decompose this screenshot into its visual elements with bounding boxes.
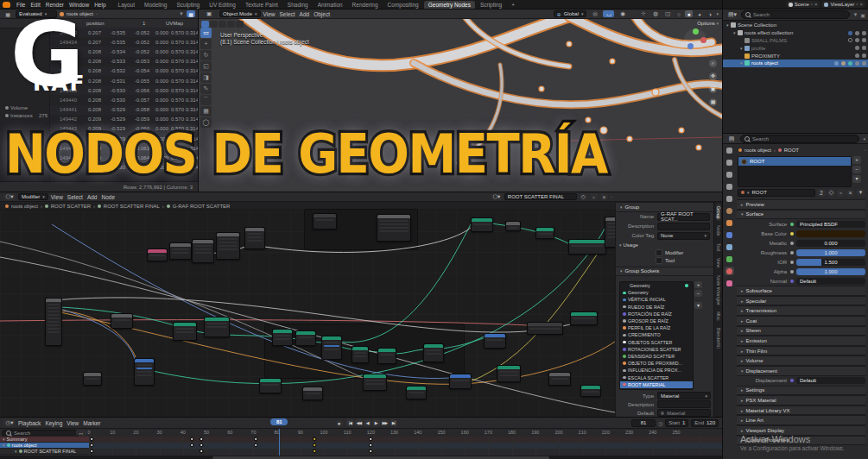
scene-unlink-icon[interactable]: × (814, 2, 818, 7)
outliner-item-profile[interactable]: ▾profile (723, 44, 868, 52)
node-23[interactable] (527, 322, 563, 335)
displacement-control[interactable]: Default (796, 377, 865, 384)
tab-scripting[interactable]: Scripting (476, 1, 506, 9)
pan-hand-icon[interactable]: ✥ (709, 72, 717, 80)
breadcrumb-item[interactable]: ROOT SCATTER (51, 204, 91, 209)
sidebar-tab-group[interactable]: Group (716, 204, 721, 221)
filter-toggle[interactable]: ▦ (187, 10, 195, 17)
menu-help[interactable]: Help (92, 2, 108, 8)
properties-tab-view-layer[interactable] (725, 182, 734, 191)
viewport-menu-select[interactable]: Select (280, 11, 295, 17)
orientation-dropdown[interactable]: ⊕Global▾ (554, 10, 587, 17)
properties-tab-scene[interactable] (725, 194, 734, 203)
keyframe-120[interactable] (368, 437, 373, 442)
alpha-control[interactable]: 1.000 (796, 268, 865, 275)
breadcrumb-object[interactable]: roots object (744, 148, 771, 153)
camera-view-icon[interactable]: ▣ (709, 85, 717, 93)
channel-name[interactable]: ▾Summary (0, 437, 89, 443)
expand-channels-icon[interactable]: ↔ (76, 430, 86, 436)
keyframe-120[interactable] (368, 443, 373, 448)
roughness-control[interactable]: 1.000 (796, 249, 865, 256)
properties-tab-render[interactable] (725, 158, 734, 167)
socket-objeto-de-proximid-[interactable]: OBJETO DE PROXIMID... (620, 360, 693, 367)
playback-button-5[interactable]: ▶| (390, 419, 397, 426)
remove-slot-button[interactable]: − (852, 166, 861, 173)
keyframe-96[interactable] (312, 437, 317, 442)
eye-icon[interactable] (855, 31, 859, 35)
tool-button-4[interactable]: ◨ (200, 72, 212, 83)
node-canvas[interactable] (0, 211, 722, 418)
color-tag-dropdown[interactable]: None▾ (657, 232, 710, 240)
panel-material-library-vx[interactable]: ▸Material Library VX (737, 406, 865, 416)
node-32[interactable] (497, 365, 521, 382)
camera-icon[interactable] (862, 61, 866, 66)
shading-solid-icon[interactable]: ● (685, 10, 693, 17)
properties-tab-material[interactable] (725, 267, 734, 275)
tab-animation[interactable]: Animation (314, 1, 347, 9)
breadcrumb-item[interactable]: ROOT SCATTER FINAL (104, 204, 160, 209)
breadcrumb-item[interactable]: roots object (11, 204, 38, 209)
tool-button-5[interactable]: ✎ (200, 84, 212, 94)
eye-icon[interactable] (855, 38, 859, 42)
remove-socket-button[interactable]: − (694, 290, 702, 297)
sidebar-tab-tool[interactable]: Tool (716, 241, 721, 255)
panel-thin-film[interactable]: ▸Thin Film (737, 346, 865, 356)
usage-tool-option[interactable]: Tool (616, 257, 713, 265)
socket-default-field[interactable]: Material (657, 409, 711, 417)
outliner-item-roots-object[interactable]: ▾roots object (723, 60, 868, 67)
shading-rendered-icon[interactable]: ◑ (706, 10, 713, 17)
snap-magnet-icon[interactable]: ◡ (603, 10, 614, 17)
add-workspace-button[interactable]: + (507, 1, 519, 9)
tab-geometry-nodes[interactable]: Geometry Nodes (424, 1, 475, 9)
base-color-control[interactable] (796, 230, 865, 237)
node-menu-add[interactable]: Add (87, 194, 98, 200)
panel-displacement[interactable]: ▾Displacement (737, 366, 865, 376)
keyframe-44[interactable] (190, 443, 195, 448)
timeline-menu-playback[interactable]: Playback (18, 420, 41, 426)
add-socket-button[interactable]: + (694, 281, 702, 288)
shading-dropdown-icon[interactable]: ▾ (716, 11, 719, 16)
tool-checkbox[interactable] (656, 257, 662, 264)
fake-user-shield-icon[interactable]: ◇ (827, 189, 835, 197)
socket-geometry[interactable]: Geometry (620, 289, 693, 296)
tool-button-7[interactable]: ▦ (200, 106, 212, 116)
node-8[interactable] (471, 217, 493, 232)
socket-geometry[interactable]: Geometry (620, 282, 693, 289)
node-30[interactable] (406, 386, 427, 399)
node-menu-select[interactable]: Select (67, 194, 83, 200)
column-1[interactable]: 1 (143, 21, 145, 26)
node-31[interactable] (449, 374, 472, 389)
keyframe-44[interactable] (190, 437, 195, 442)
panel-subsurface[interactable]: ▸Subsurface (737, 286, 865, 296)
node-26[interactable] (83, 372, 102, 386)
panel-transmission[interactable]: ▸Transmission (737, 305, 865, 316)
channel-name[interactable]: ▾ROOT SCATTER FINAL (0, 449, 89, 455)
node-22[interactable] (484, 333, 506, 349)
node-menu-node[interactable]: Node (102, 194, 116, 200)
panel-sheen[interactable]: ▸Sheen (737, 326, 865, 336)
node-15[interactable] (204, 317, 230, 337)
shading-material-icon[interactable]: ◕ (695, 10, 703, 17)
keyframe-1[interactable] (89, 443, 94, 448)
node-9[interactable] (505, 221, 521, 231)
sidebar-tab-misc[interactable]: Misc (716, 309, 721, 324)
playback-button-1[interactable]: ◀◀ (355, 419, 363, 426)
viewport-options-button[interactable]: Options ▾ (697, 21, 719, 26)
keyframe-48[interactable] (199, 443, 204, 448)
tool-button-3[interactable]: ◱ (200, 61, 212, 72)
node-33[interactable] (548, 372, 571, 386)
properties-tab-physics[interactable] (725, 242, 734, 251)
panel-volume[interactable]: ▸Volume (737, 355, 865, 366)
socket-objetos-scatter[interactable]: OBJETOS SCATTER (620, 339, 693, 346)
node-5[interactable] (244, 227, 265, 249)
pivot-icon[interactable]: ◎ (589, 10, 600, 17)
sidebar-tab-view[interactable]: View (716, 255, 721, 270)
node-group-icon[interactable]: ⬡▾ (491, 193, 502, 200)
properties-search-input[interactable]: Search (740, 135, 859, 143)
channel-caret[interactable]: ▾ (3, 437, 5, 442)
playhead[interactable] (279, 429, 280, 459)
node-25[interactable] (134, 358, 155, 386)
socket-v-rtice-inicial[interactable]: VÉRTICE INICIAL (620, 296, 693, 303)
keyframe-71[interactable] (253, 443, 258, 448)
properties-tab-output[interactable] (725, 170, 734, 179)
